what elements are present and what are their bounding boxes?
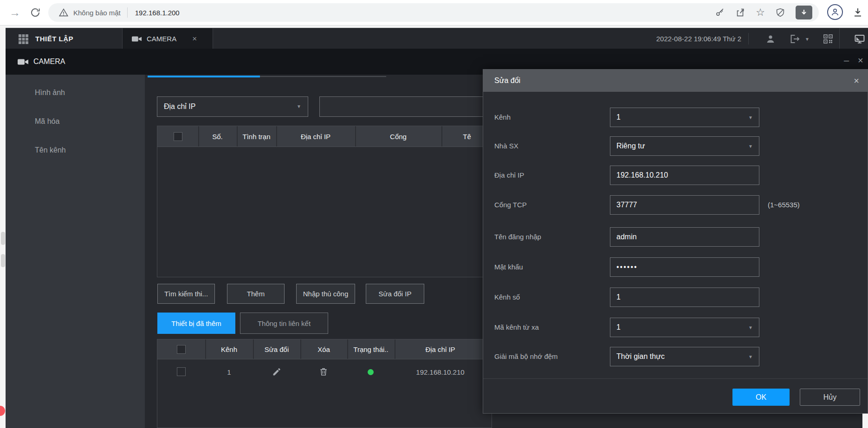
dialog-footer-divider [483,378,868,379]
screen: → Không bảo mật 192.168.1.200 ☆ [0,0,868,428]
search-input[interactable] [319,96,492,117]
table-row[interactable]: 1 192.168.10.210 [157,359,492,385]
column-header-trang-thai: Trạng thái.. [347,339,395,359]
minimize-icon[interactable]: – [844,55,849,66]
field-label-giai-ma-bo-nho-dem: Giải mã bộ nhớ đệm [494,347,558,366]
browser-toolbar: → Không bảo mật 192.168.1.200 ☆ [0,0,868,26]
chevron-down-icon: ▼ [748,115,753,120]
tcp-port-field[interactable] [610,196,759,214]
ip-address-field-wrap [610,166,759,185]
sidebar-item-hinh-anh[interactable]: Hình ảnh [35,87,128,99]
chevron-down-icon: ▼ [748,325,753,330]
url-text[interactable]: 192.168.1.200 [135,9,180,17]
username-field[interactable] [610,228,759,246]
page-scroll-thumb[interactable] [1,254,5,267]
username-field-wrap [610,227,759,247]
password-field-wrap [610,257,759,277]
status-online-dot [368,369,374,375]
user-icon[interactable] [765,33,776,45]
ok-button[interactable]: OK [732,389,790,406]
app-header: THIẾT LẬP CAMERA × 2022-08-22 19:06:49 T… [6,28,868,49]
table-header-row: Kênh Sửa đổi Xóa Trạng thái.. Địa chỉ IP [157,339,492,359]
qr-code-icon[interactable] [823,33,834,45]
channel-select[interactable]: 1 ▼ [610,108,759,127]
window-title: CAMERA [33,49,65,75]
remote-channel-value: 1 [616,323,621,332]
chevron-down-icon: ▼ [748,144,753,149]
ip-address-field[interactable] [610,166,759,185]
display-output-icon[interactable] [854,33,865,45]
modify-dialog: Sửa đổi × Kênh 1 ▼ Nhà SX Riêng tư ▼ Địa… [483,69,868,414]
tcp-port-range-hint: (1~65535) [768,195,800,215]
refresh-icon[interactable] [30,7,41,18]
address-divider [127,7,128,18]
record-indicator-button[interactable] [0,406,5,416]
modify-ip-button[interactable]: Sửa đổi IP [366,284,424,304]
camera-icon [18,58,29,66]
search-device-button[interactable]: Tìm kiếm thi... [157,284,215,304]
menu-thiet-lap[interactable]: THIẾT LẬP [35,28,73,49]
remote-channel-select[interactable]: 1 ▼ [610,318,759,337]
column-header-so: Số. [198,126,237,147]
page-corner [862,414,868,428]
security-label[interactable]: Không bảo mật [73,9,121,17]
column-header-cong: Cổng [355,126,441,147]
delete-trash-icon[interactable] [319,367,328,377]
cancel-button[interactable]: Hủy [800,389,860,406]
dialog-header: Sửa đổi × [483,70,868,92]
bookmark-star-icon[interactable]: ☆ [756,7,765,18]
channel-number-field[interactable] [610,288,759,307]
field-label-kenh: Kênh [494,108,511,127]
column-header-dia-chi-ip: Địa chỉ IP [276,126,355,147]
download-active-button[interactable] [796,6,812,19]
decode-buffer-value: Thời gian thực [616,352,665,361]
camera-icon [132,35,142,43]
dialog-close-icon[interactable]: × [854,76,859,86]
sidebar-item-ma-hoa[interactable]: Mã hóa [35,115,128,128]
key-icon[interactable] [715,7,725,18]
tab-underline-track [260,76,386,77]
page-scroll-thumb[interactable] [1,232,5,245]
chevron-down-icon: ▼ [297,97,301,116]
browser-profile-avatar[interactable] [827,4,843,20]
field-label-cong-tcp: Cổng TCP [494,195,527,215]
address-bar[interactable]: Không bảo mật 192.168.1.200 ☆ [48,3,819,22]
discovered-devices-table: Số. Tình trạn Địa chỉ IP Cổng Tê [157,126,492,277]
select-all-checkbox[interactable] [177,345,186,354]
header-divider [839,28,840,49]
field-label-mat-khau: Mật khẩu [494,257,523,277]
share-icon[interactable] [735,7,745,18]
channel-value: 1 [616,113,621,121]
manufacturer-select[interactable]: Riêng tư ▼ [610,136,759,156]
column-header-sua-doi: Sửa đổi [253,339,300,359]
shield-icon[interactable] [775,7,785,18]
filter-value: Địa chỉ IP [164,97,195,116]
tab-camera-header[interactable]: CAMERA × [122,28,213,49]
tab-linked-info[interactable]: Thông tin liên kết [240,313,328,334]
password-field[interactable] [610,258,759,276]
field-label-dia-chi-ip: Địa chỉ IP [494,166,524,185]
field-label-ten-dang-nhap: Tên đăng nhập [494,227,541,247]
tab-camera-label: CAMERA [147,35,176,43]
row-checkbox[interactable] [177,367,186,376]
downloads-tray-icon[interactable] [852,7,863,18]
edit-pencil-icon[interactable] [272,367,282,377]
sidebar-item-ten-kenh[interactable]: Tên kênh [35,144,128,156]
logout-caret-icon[interactable]: ▼ [805,37,810,42]
cell-ip: 192.168.10.210 [395,368,486,376]
forward-icon[interactable]: → [9,0,20,25]
select-all-checkbox[interactable] [174,132,182,141]
manufacturer-value: Riêng tư [616,142,645,150]
decode-buffer-select[interactable]: Thời gian thực ▼ [610,347,759,366]
table-header-row: Số. Tình trạn Địa chỉ IP Cổng Tê [157,126,492,147]
manual-add-button[interactable]: Nhập thủ công [296,284,355,304]
logout-icon[interactable] [789,33,800,45]
chevron-down-icon: ▼ [748,354,753,359]
window-close-icon[interactable]: × [858,55,863,66]
tab-added-devices[interactable]: Thiết bị đã thêm [157,313,235,334]
main-menu-grid-icon[interactable] [18,33,29,45]
search-filter-dropdown[interactable]: Địa chỉ IP ▼ [157,96,308,117]
field-label-ma-kenh-tu-xa: Mã kênh từ xa [494,318,539,337]
tab-close-icon[interactable]: × [192,34,197,44]
add-button[interactable]: Thêm [227,284,285,304]
